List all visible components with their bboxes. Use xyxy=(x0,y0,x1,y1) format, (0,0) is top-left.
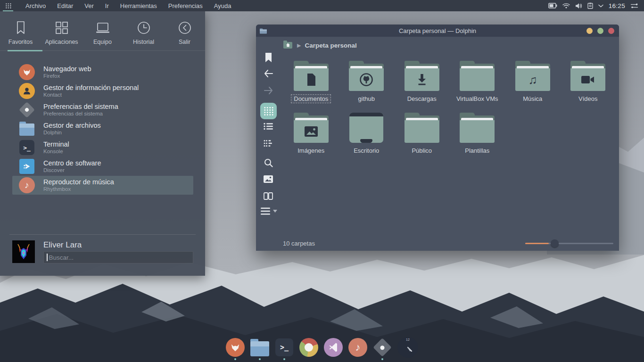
launcher-tabs: Favoritos Aplicaciones Equipo Historial xyxy=(0,11,205,51)
folder-videos[interactable]: Vídeos xyxy=(561,56,616,107)
zoom-slider[interactable] xyxy=(525,243,613,244)
search-input[interactable] xyxy=(48,254,193,261)
folder-virtualbox-vms[interactable]: VirtualBox VMs xyxy=(450,56,505,107)
image-glyph-icon xyxy=(294,120,329,143)
chevron-down-icon[interactable] xyxy=(598,4,603,8)
app-item-konsole[interactable]: >_ Terminal Konsole xyxy=(0,138,205,157)
app-item-firefox[interactable]: Navegador web Firefox xyxy=(0,63,205,82)
vscode-icon xyxy=(324,338,343,357)
app-item-system-settings[interactable]: Preferencias del sistema Preferencias de… xyxy=(0,100,205,119)
folder-label[interactable]: Descargas xyxy=(405,94,439,103)
dock-item-konsole[interactable]: >_ xyxy=(275,338,294,361)
tab-equipo[interactable]: Equipo xyxy=(82,11,123,51)
wifi-icon[interactable] xyxy=(562,3,570,8)
terminal-icon: >_ xyxy=(275,338,293,356)
favorites-app-list: Navegador web Firefox Gestor de informac… xyxy=(0,63,205,195)
app-item-rhythmbox[interactable]: ♪ Reproductor de música Rhythmbox xyxy=(12,176,193,195)
tab-favoritos[interactable]: Favoritos xyxy=(0,11,41,51)
dock-item-chromium[interactable] xyxy=(299,338,318,361)
minimize-button[interactable] xyxy=(586,28,593,34)
folder-label[interactable]: Plantillas xyxy=(462,146,492,155)
forward-icon[interactable] xyxy=(256,87,281,94)
home-folder-icon[interactable] xyxy=(283,42,292,49)
search-icon[interactable] xyxy=(256,158,281,167)
menu-herramientas[interactable]: Herramientas xyxy=(115,0,163,11)
history-clock-icon xyxy=(137,21,151,35)
split-view-icon[interactable] xyxy=(256,192,281,200)
app-subtitle: Kontact xyxy=(43,92,139,98)
search-box[interactable] xyxy=(43,251,193,263)
folder-label[interactable]: Imágenes xyxy=(295,146,327,155)
menu-ver[interactable]: Ver xyxy=(79,0,99,11)
dock-item-system-settings[interactable] xyxy=(373,338,392,361)
system-settings-icon xyxy=(373,338,392,357)
maximize-button[interactable] xyxy=(597,28,603,34)
menu-preferencias[interactable]: Preferencias xyxy=(163,0,208,11)
folder-icon xyxy=(570,61,605,91)
folder-label[interactable]: VirtualBox VMs xyxy=(454,94,501,103)
folder-label[interactable]: Vídeos xyxy=(576,94,600,103)
dock-item-clock-widget[interactable]: 12 xyxy=(397,337,418,362)
tab-historial[interactable]: Historial xyxy=(123,11,164,51)
clock-text[interactable]: 16:25 xyxy=(609,2,625,9)
close-button[interactable] xyxy=(608,28,614,34)
app-grid-icon xyxy=(5,3,11,8)
dock-item-rhythmbox[interactable]: ♪ xyxy=(348,338,367,361)
folder-escritorio[interactable]: Escritorio xyxy=(339,107,395,159)
running-indicator xyxy=(381,358,384,361)
clipboard-icon[interactable] xyxy=(587,2,593,9)
volume-icon[interactable] xyxy=(575,3,582,9)
statusbar-text: 10 carpetas xyxy=(283,240,315,247)
places-bookmark-icon[interactable] xyxy=(256,53,281,63)
tab-aplicaciones[interactable]: Aplicaciones xyxy=(41,11,82,51)
bookmark-icon xyxy=(15,21,27,35)
github-glyph-icon xyxy=(349,68,384,91)
dock: >_ ♪ 12 xyxy=(226,337,418,362)
firefox-icon xyxy=(226,338,245,357)
avatar[interactable] xyxy=(12,240,35,263)
list-view-icon[interactable] xyxy=(256,123,281,130)
tab-salir[interactable]: Salir xyxy=(164,11,205,51)
app-item-dolphin[interactable]: Gestor de archivos Dolphin xyxy=(0,119,205,138)
breadcrumb-location[interactable]: Carpeta personal xyxy=(305,42,356,49)
dock-item-vscode[interactable] xyxy=(324,338,343,361)
folder-imagenes[interactable]: Imágenes xyxy=(283,107,339,159)
folder-icon xyxy=(349,61,384,91)
app-item-kontact[interactable]: Gestor de información personal Kontact xyxy=(0,82,205,100)
menu-ir[interactable]: Ir xyxy=(99,0,115,11)
folder-musica[interactable]: ♫ Música xyxy=(505,56,561,107)
battery-icon[interactable] xyxy=(548,3,557,8)
desktop: Archivo Editar Ver Ir Herramientas Prefe… xyxy=(0,0,644,362)
folder-plantillas[interactable]: Plantillas xyxy=(450,107,505,159)
menu-icon[interactable] xyxy=(261,207,277,215)
app-launcher-button[interactable] xyxy=(0,0,16,11)
folder-label[interactable]: Música xyxy=(520,94,545,103)
folder-label[interactable]: Público xyxy=(409,146,435,155)
preview-icon[interactable] xyxy=(256,175,281,183)
folder-view: Documentos github Descarga xyxy=(283,56,616,159)
folder-publico[interactable]: Público xyxy=(394,107,450,159)
folder-label[interactable]: github xyxy=(355,94,378,103)
compact-view-icon[interactable] xyxy=(256,140,281,147)
zoom-slider-handle[interactable] xyxy=(551,239,559,247)
back-icon[interactable] xyxy=(256,70,281,77)
folder-github[interactable]: github xyxy=(339,56,395,107)
desktop-glyph-icon xyxy=(349,113,383,143)
folder-documentos[interactable]: Documentos xyxy=(283,56,339,107)
app-title: Centro de software xyxy=(43,159,101,167)
grid-view-icon[interactable] xyxy=(260,103,277,119)
dock-item-firefox[interactable] xyxy=(226,338,245,361)
user-divider xyxy=(9,234,196,235)
window-folder-icon xyxy=(260,27,267,36)
app-item-discover[interactable]: Centro de software Discover xyxy=(0,157,205,176)
tweaks-icon[interactable] xyxy=(630,3,638,9)
folder-label[interactable]: Escritorio xyxy=(351,146,382,155)
menu-archivo[interactable]: Archivo xyxy=(20,0,51,11)
menu-ayuda[interactable]: Ayuda xyxy=(208,0,237,11)
folder-label[interactable]: Documentos xyxy=(291,94,331,103)
menu-editar[interactable]: Editar xyxy=(51,0,79,11)
folder-descargas[interactable]: Descargas xyxy=(394,56,450,107)
dock-item-dolphin[interactable] xyxy=(250,338,269,361)
titlebar[interactable]: Carpeta personal — Dolphin xyxy=(256,25,619,37)
app-title: Reproductor de música xyxy=(43,178,114,186)
